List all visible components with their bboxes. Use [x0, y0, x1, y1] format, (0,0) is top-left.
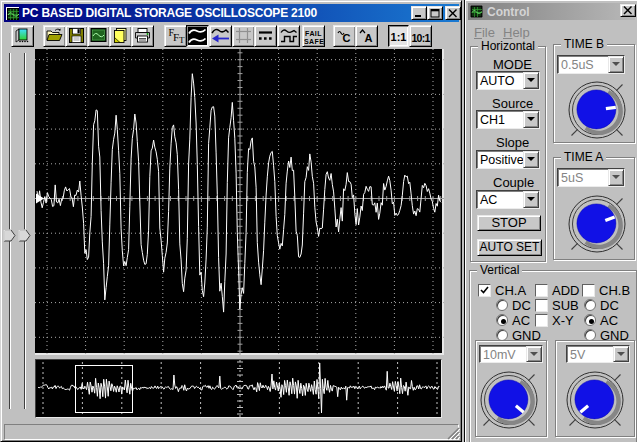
svg-text:A: A — [364, 32, 372, 44]
svg-text:T: T — [179, 35, 185, 45]
svg-text:C: C — [342, 32, 350, 44]
